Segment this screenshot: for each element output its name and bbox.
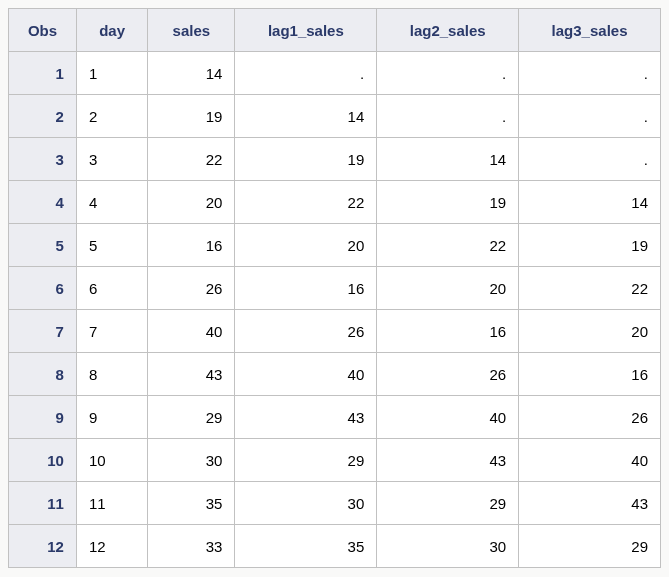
cell-sales: 20 bbox=[148, 181, 235, 224]
cell-day: 10 bbox=[76, 439, 147, 482]
cell-lag1: 40 bbox=[235, 353, 377, 396]
cell-day: 4 bbox=[76, 181, 147, 224]
cell-lag3: 26 bbox=[519, 396, 661, 439]
table-row: 9929434026 bbox=[9, 396, 661, 439]
cell-lag3: 43 bbox=[519, 482, 661, 525]
cell-sales: 29 bbox=[148, 396, 235, 439]
cell-lag3: . bbox=[519, 138, 661, 181]
cell-lag1: 26 bbox=[235, 310, 377, 353]
cell-lag2: 16 bbox=[377, 310, 519, 353]
cell-day: 5 bbox=[76, 224, 147, 267]
cell-sales: 33 bbox=[148, 525, 235, 568]
cell-lag1: 29 bbox=[235, 439, 377, 482]
cell-lag2: . bbox=[377, 52, 519, 95]
table-row: 7740261620 bbox=[9, 310, 661, 353]
cell-lag2: 14 bbox=[377, 138, 519, 181]
table-row: 1114... bbox=[9, 52, 661, 95]
cell-lag3: 20 bbox=[519, 310, 661, 353]
table-row: 6626162022 bbox=[9, 267, 661, 310]
table-row: 121233353029 bbox=[9, 525, 661, 568]
cell-lag2: 19 bbox=[377, 181, 519, 224]
cell-lag2: 22 bbox=[377, 224, 519, 267]
cell-lag2: 29 bbox=[377, 482, 519, 525]
cell-sales: 43 bbox=[148, 353, 235, 396]
col-header-day: day bbox=[76, 9, 147, 52]
cell-lag2: 30 bbox=[377, 525, 519, 568]
cell-lag3: 40 bbox=[519, 439, 661, 482]
cell-obs: 1 bbox=[9, 52, 77, 95]
table-row: 101030294340 bbox=[9, 439, 661, 482]
cell-lag1: 22 bbox=[235, 181, 377, 224]
cell-lag1: 19 bbox=[235, 138, 377, 181]
cell-day: 12 bbox=[76, 525, 147, 568]
cell-lag1: 30 bbox=[235, 482, 377, 525]
table-row: 5516202219 bbox=[9, 224, 661, 267]
table-row: 221914.. bbox=[9, 95, 661, 138]
cell-sales: 19 bbox=[148, 95, 235, 138]
cell-lag3: . bbox=[519, 52, 661, 95]
cell-obs: 10 bbox=[9, 439, 77, 482]
cell-lag3: . bbox=[519, 95, 661, 138]
cell-lag2: 26 bbox=[377, 353, 519, 396]
cell-obs: 5 bbox=[9, 224, 77, 267]
table-row: 4420221914 bbox=[9, 181, 661, 224]
cell-obs: 9 bbox=[9, 396, 77, 439]
cell-day: 7 bbox=[76, 310, 147, 353]
cell-lag3: 22 bbox=[519, 267, 661, 310]
cell-lag1: 20 bbox=[235, 224, 377, 267]
cell-day: 8 bbox=[76, 353, 147, 396]
cell-sales: 14 bbox=[148, 52, 235, 95]
data-table: Obs day sales lag1_sales lag2_sales lag3… bbox=[8, 8, 661, 568]
cell-lag2: . bbox=[377, 95, 519, 138]
cell-sales: 35 bbox=[148, 482, 235, 525]
cell-obs: 8 bbox=[9, 353, 77, 396]
cell-lag1: 16 bbox=[235, 267, 377, 310]
cell-lag2: 43 bbox=[377, 439, 519, 482]
cell-sales: 26 bbox=[148, 267, 235, 310]
cell-lag3: 19 bbox=[519, 224, 661, 267]
cell-obs: 6 bbox=[9, 267, 77, 310]
cell-lag3: 16 bbox=[519, 353, 661, 396]
cell-day: 1 bbox=[76, 52, 147, 95]
table-row: 8843402616 bbox=[9, 353, 661, 396]
col-header-lag2: lag2_sales bbox=[377, 9, 519, 52]
cell-lag1: 43 bbox=[235, 396, 377, 439]
cell-sales: 30 bbox=[148, 439, 235, 482]
col-header-obs: Obs bbox=[9, 9, 77, 52]
cell-obs: 2 bbox=[9, 95, 77, 138]
col-header-lag3: lag3_sales bbox=[519, 9, 661, 52]
cell-sales: 22 bbox=[148, 138, 235, 181]
table-row: 33221914. bbox=[9, 138, 661, 181]
cell-lag1: 14 bbox=[235, 95, 377, 138]
cell-lag2: 40 bbox=[377, 396, 519, 439]
cell-obs: 3 bbox=[9, 138, 77, 181]
cell-lag3: 14 bbox=[519, 181, 661, 224]
cell-day: 2 bbox=[76, 95, 147, 138]
cell-sales: 16 bbox=[148, 224, 235, 267]
cell-lag1: 35 bbox=[235, 525, 377, 568]
cell-day: 11 bbox=[76, 482, 147, 525]
header-row: Obs day sales lag1_sales lag2_sales lag3… bbox=[9, 9, 661, 52]
cell-day: 6 bbox=[76, 267, 147, 310]
col-header-sales: sales bbox=[148, 9, 235, 52]
table-row: 111135302943 bbox=[9, 482, 661, 525]
cell-obs: 4 bbox=[9, 181, 77, 224]
cell-day: 3 bbox=[76, 138, 147, 181]
cell-obs: 12 bbox=[9, 525, 77, 568]
cell-day: 9 bbox=[76, 396, 147, 439]
cell-sales: 40 bbox=[148, 310, 235, 353]
cell-obs: 11 bbox=[9, 482, 77, 525]
col-header-lag1: lag1_sales bbox=[235, 9, 377, 52]
cell-obs: 7 bbox=[9, 310, 77, 353]
cell-lag2: 20 bbox=[377, 267, 519, 310]
cell-lag1: . bbox=[235, 52, 377, 95]
cell-lag3: 29 bbox=[519, 525, 661, 568]
